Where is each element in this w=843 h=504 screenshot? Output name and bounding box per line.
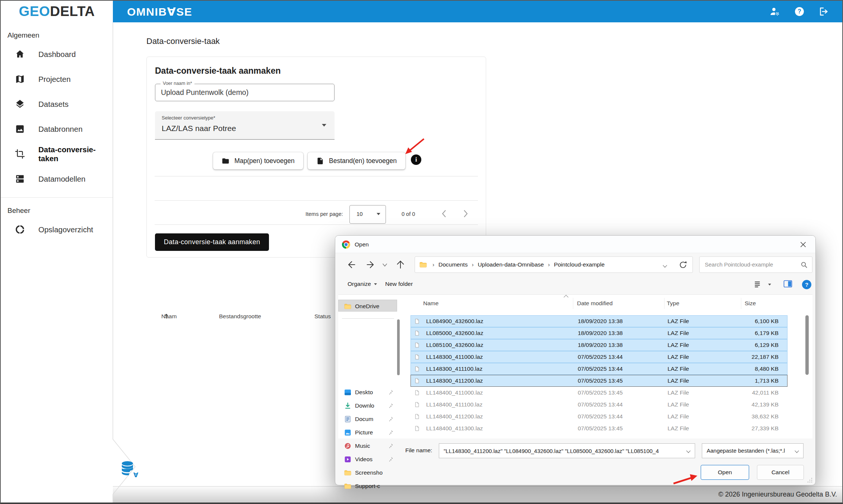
map-icon xyxy=(15,74,25,84)
refresh-icon[interactable] xyxy=(679,261,687,269)
pin-icon xyxy=(387,389,393,395)
top-bar: GEODELTA OMNIB∀SE ? xyxy=(1,1,842,22)
logo-geo: GEO xyxy=(19,4,50,19)
file-type-filter[interactable]: Aangepaste bestanden (*.las;*.l xyxy=(702,443,804,458)
view-mode-icon[interactable] xyxy=(753,280,761,290)
file-icon xyxy=(414,414,420,420)
sidebar-item-datasets[interactable]: Datasets xyxy=(1,92,113,117)
sidebar-item-dashboard[interactable]: Dashboard xyxy=(1,42,113,67)
create-task-button[interactable]: Data-conversie-taak aanmaken xyxy=(155,233,269,251)
previous-page-icon[interactable] xyxy=(438,207,450,220)
file-row[interactable]: LL148300_411000.laz07/05/2025 13:44LAZ F… xyxy=(411,351,787,363)
file-name-input[interactable] xyxy=(439,444,695,458)
place-item-downlo[interactable]: Downlo xyxy=(338,399,398,412)
organize-button[interactable]: Organize xyxy=(348,281,377,287)
file-row[interactable]: LL148400_411200.laz07/05/2025 13:44LAZ F… xyxy=(411,411,787,422)
close-icon[interactable] xyxy=(799,240,807,249)
sidebar-item-projecten[interactable]: Projecten xyxy=(1,67,113,92)
breadcrumb-segment[interactable]: Documents xyxy=(438,261,468,268)
place-item-docum[interactable]: Docum xyxy=(338,412,398,426)
create-task-card: Data-conversie-taak aanmaken Voer naam i… xyxy=(146,57,486,258)
conversion-type-value: LAZ/LAS naar Potree xyxy=(162,124,236,133)
sidebar-item-data-conversie-taken[interactable]: Data-conversie-taken xyxy=(1,141,113,166)
place-item-picture[interactable]: Picture xyxy=(338,426,398,439)
items-per-page-label: Items per page: xyxy=(305,211,343,217)
search-placeholder: Search Pointcloud-example xyxy=(705,261,773,268)
file-column-header[interactable]: Date modified xyxy=(577,300,613,307)
file-column-header[interactable]: Name xyxy=(423,300,438,307)
file-row[interactable]: LL148400_411100.laz07/05/2025 13:44LAZ F… xyxy=(411,399,787,411)
place-item-support-c[interactable]: Support-c xyxy=(338,479,398,493)
home-icon xyxy=(15,49,25,59)
sidebar-item-datamodellen[interactable]: Datamodellen xyxy=(1,166,113,191)
search-input[interactable]: Search Pointcloud-example xyxy=(699,256,812,273)
dialog-titlebar[interactable]: Open xyxy=(335,236,815,253)
info-icon[interactable]: i xyxy=(411,154,421,165)
places-scrollbar[interactable] xyxy=(397,319,400,375)
dialog-body: OneDriveDesktoDownloDocumPictureMusicVid… xyxy=(338,295,812,438)
breadcrumb-segment[interactable]: Pointcloud-example xyxy=(554,261,605,268)
place-item-deskto[interactable]: Deskto xyxy=(338,386,398,399)
pin-icon xyxy=(387,456,393,462)
place-item-onedrive[interactable]: OneDrive xyxy=(338,300,398,313)
dialog-help-icon[interactable]: ? xyxy=(802,280,811,289)
file-icon xyxy=(414,402,420,408)
forward-icon[interactable] xyxy=(366,260,375,269)
up-icon[interactable] xyxy=(396,260,405,269)
file-row[interactable]: LL148300_411100.laz07/05/2025 13:44LAZ F… xyxy=(411,363,787,375)
sidebar-item-databronnen[interactable]: Databronnen xyxy=(1,117,113,141)
sidebar-section: BeheerOpslagoverzicht xyxy=(1,197,113,242)
resize-grip[interactable] xyxy=(807,478,812,483)
filter-dropdown-icon xyxy=(795,449,799,453)
pin-icon xyxy=(387,416,393,422)
image-icon xyxy=(15,124,25,134)
next-page-icon[interactable] xyxy=(460,207,471,220)
cancel-button[interactable]: Cancel xyxy=(757,465,804,480)
view-mode-dropdown-icon[interactable] xyxy=(768,284,771,286)
file-row[interactable]: LL148400_411300.laz07/05/2025 13:45LAZ F… xyxy=(411,422,787,434)
file-icon xyxy=(414,318,420,324)
file-icon xyxy=(414,354,420,360)
file-row[interactable]: LL085000_432600.laz18/09/2020 13:38LAZ F… xyxy=(411,327,787,339)
file-row[interactable]: LL084900_432600.laz18/09/2020 13:38LAZ F… xyxy=(411,315,787,327)
preview-pane-icon[interactable] xyxy=(783,280,792,289)
pin-icon xyxy=(387,403,393,409)
help-icon[interactable]: ? xyxy=(794,6,805,17)
sidebar-item-opslagoverzicht[interactable]: Opslagoverzicht xyxy=(1,217,113,242)
place-item-videos[interactable]: Videos xyxy=(338,453,398,466)
file-icon xyxy=(414,425,420,431)
items-per-page-select[interactable]: 10 xyxy=(349,205,386,224)
breadcrumb[interactable]: ›Documents›Uploaden-data-Omnibase›Pointc… xyxy=(415,256,693,273)
header-actions: ? xyxy=(769,6,842,17)
file-icon xyxy=(414,390,420,396)
layers-icon xyxy=(15,99,25,109)
file-icon xyxy=(414,330,420,336)
file-name-combobox xyxy=(439,443,695,458)
folder-icon xyxy=(419,262,427,268)
manage-accounts-icon[interactable] xyxy=(769,6,780,17)
conversion-type-select[interactable]: Selecteer conversietype* LAZ/LAS naar Po… xyxy=(155,111,335,140)
crop-icon xyxy=(15,149,25,159)
address-dropdown-icon[interactable] xyxy=(663,263,667,267)
file-column-header[interactable]: Type xyxy=(667,300,679,307)
file-row[interactable]: LL148300_411200.laz07/05/2025 13:45LAZ F… xyxy=(411,375,787,387)
recent-locations-icon[interactable] xyxy=(381,262,388,268)
sidebar-section: AlgemeenDashboardProjectenDatasetsDatabr… xyxy=(1,22,113,191)
file-list-scrollbar[interactable] xyxy=(805,315,809,375)
name-input[interactable] xyxy=(155,84,334,101)
videos-icon xyxy=(344,456,351,463)
add-folders-button[interactable]: Map(pen) toevoegen xyxy=(213,152,303,169)
folder-icon xyxy=(344,483,351,489)
file-column-header[interactable]: Size xyxy=(745,300,756,307)
new-folder-button[interactable]: New folder xyxy=(385,281,413,287)
file-row[interactable]: LL085100_432600.laz18/09/2020 13:38LAZ F… xyxy=(411,339,787,351)
back-icon[interactable] xyxy=(346,260,356,269)
dialog-title: Open xyxy=(355,236,369,253)
open-button[interactable]: Open xyxy=(701,465,749,480)
place-item-screensho[interactable]: Screensho xyxy=(338,466,398,479)
breadcrumb-segment[interactable]: Uploaden-data-Omnibase xyxy=(478,261,544,268)
place-item-music[interactable]: Music xyxy=(338,439,398,453)
add-files-button[interactable]: Bestand(en) toevoegen xyxy=(308,152,405,169)
logout-icon[interactable] xyxy=(818,6,830,17)
file-row[interactable]: LL148400_411000.laz07/05/2025 13:45LAZ F… xyxy=(411,387,787,399)
